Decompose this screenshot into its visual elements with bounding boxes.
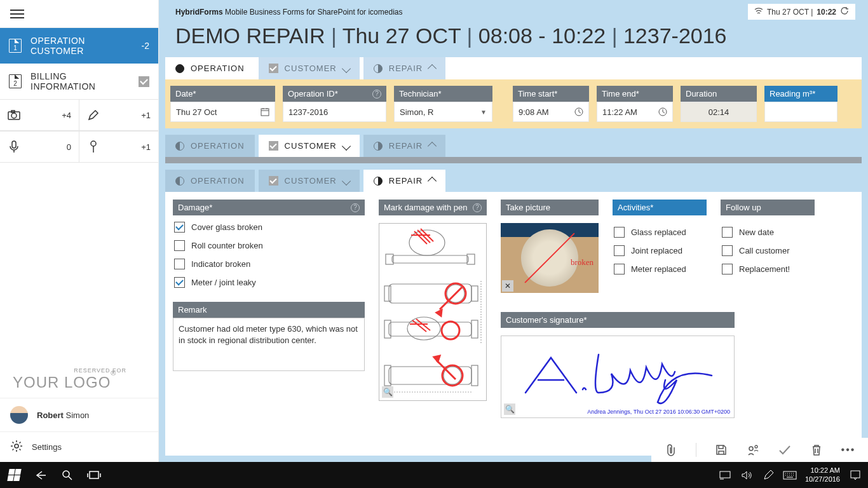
tab-label: OPERATION xyxy=(191,141,245,151)
tab-label: CUSTOMER xyxy=(285,176,337,186)
tab-label: REPAIR xyxy=(389,141,423,151)
search-button[interactable] xyxy=(61,469,74,482)
user-profile[interactable]: Robert Simon xyxy=(0,398,158,431)
tray-cast-icon[interactable] xyxy=(719,469,731,482)
chevron-up-icon xyxy=(428,64,437,72)
checkbox-meter-replaced[interactable]: Meter replaced xyxy=(614,264,705,274)
field-header: Technician* xyxy=(394,86,492,102)
field-header: Duration xyxy=(681,86,757,102)
checkbox-meter-joint[interactable]: Meter / joint leaky xyxy=(174,277,363,288)
attach-button[interactable] xyxy=(664,443,678,457)
sketch-header: Mark damage with pen? xyxy=(379,200,487,215)
checkbox-cover-glass[interactable]: Cover glass broken xyxy=(174,222,363,233)
delete-button[interactable] xyxy=(810,443,824,457)
tray-pen-icon[interactable] xyxy=(762,469,775,482)
circle-icon xyxy=(175,142,184,151)
sidebar-item-label: OPERATION CUSTOMER xyxy=(31,36,133,56)
remove-photo-icon[interactable]: ✕ xyxy=(502,280,513,292)
signature-canvas[interactable]: 🔍 Andrea Jennings, Thu Oct 27 2016 10:06… xyxy=(501,336,735,418)
meter-diagram xyxy=(379,224,487,402)
checkbox-roll-counter[interactable]: Roll counter broken xyxy=(174,240,363,251)
sketch-canvas[interactable]: 🔍 xyxy=(379,223,487,401)
more-button[interactable]: ••• xyxy=(841,443,855,457)
zoom-icon[interactable]: 🔍 xyxy=(504,403,515,415)
tab-repair[interactable]: REPAIR xyxy=(363,170,445,192)
tray-notifications-icon[interactable] xyxy=(849,469,862,482)
user-name: Robert Simon xyxy=(37,410,89,420)
checkbox-replacement[interactable]: Replacement! xyxy=(722,264,813,274)
svg-rect-3 xyxy=(12,141,16,148)
activities-header: Activities* xyxy=(613,200,707,215)
avatar xyxy=(10,406,28,424)
tab-label: OPERATION xyxy=(191,176,245,186)
share-button[interactable] xyxy=(746,443,760,457)
back-button[interactable] xyxy=(34,469,47,482)
clock-chip: Thu 27 OCT | 10:22 xyxy=(748,4,855,20)
signature-ink xyxy=(516,348,719,405)
help-icon[interactable]: ? xyxy=(473,203,482,212)
photo-thumbnail[interactable]: broken ✕ xyxy=(501,223,599,293)
operation-id-input[interactable]: 1237-2016 xyxy=(283,102,386,122)
pen-count-cell[interactable]: +1 xyxy=(79,100,158,130)
photos-count: +4 xyxy=(62,111,71,120)
settings-label: Settings xyxy=(32,442,62,452)
help-icon[interactable]: ? xyxy=(351,203,360,212)
check-icon xyxy=(269,141,278,151)
remark-header: Remark xyxy=(173,302,365,318)
save-button[interactable] xyxy=(714,443,728,457)
checkbox-call-customer[interactable]: Call customer xyxy=(722,245,813,256)
time-end-input[interactable]: 11:22 AM xyxy=(597,102,673,122)
tab-customer[interactable]: CUSTOMER xyxy=(259,135,360,157)
svg-point-9 xyxy=(409,230,445,255)
photos-count-cell[interactable]: +4 xyxy=(0,100,79,130)
tray-volume-icon[interactable] xyxy=(740,469,753,482)
tab-operation[interactable]: OPERATION xyxy=(165,135,255,157)
svg-rect-6 xyxy=(261,109,269,116)
technician-select[interactable]: Simon, R▼ xyxy=(394,102,492,122)
sidebar-item-label: BILLING INFORMATION xyxy=(31,71,130,92)
start-button[interactable] xyxy=(8,469,20,482)
svg-point-4 xyxy=(91,141,96,146)
checkbox-icon xyxy=(174,240,185,251)
check-icon xyxy=(269,64,278,73)
checkbox-new-date[interactable]: New date xyxy=(722,227,813,238)
time-start-input[interactable]: 9:08 AM xyxy=(513,102,589,122)
mic-count-cell[interactable]: 0 xyxy=(0,132,79,162)
sidebar-item-operation-customer[interactable]: 1 OPERATION CUSTOMER -2 xyxy=(0,28,158,64)
tab-repair[interactable]: REPAIR xyxy=(363,57,445,79)
tab-customer[interactable]: CUSTOMER xyxy=(259,170,360,192)
tab-repair[interactable]: REPAIR xyxy=(363,135,445,157)
task-view-button[interactable] xyxy=(88,469,100,482)
damage-header: Damage*? xyxy=(173,200,365,215)
help-icon[interactable]: ? xyxy=(372,90,381,98)
approve-button[interactable] xyxy=(778,443,792,457)
remark-textarea[interactable]: Customer had old meter type 630, which w… xyxy=(173,318,365,371)
refresh-icon[interactable] xyxy=(840,6,849,17)
chevron-up-icon xyxy=(428,176,437,185)
tab-operation[interactable]: OPERATION xyxy=(165,170,255,192)
reading-input[interactable] xyxy=(764,102,837,122)
pencil-icon xyxy=(87,109,100,121)
checkbox-icon xyxy=(614,227,625,238)
checkbox-joint-replaced[interactable]: Joint replaced xyxy=(614,245,705,256)
sidebar-item-billing-information[interactable]: 2 BILLING INFORMATION xyxy=(0,64,158,99)
tab-operation[interactable]: OPERATION xyxy=(165,57,255,79)
circle-icon xyxy=(175,177,184,186)
doc-icon: 2 xyxy=(9,74,22,88)
followup-header: Follow up xyxy=(721,200,815,215)
customer-section: OPERATION CUSTOMER REPAIR xyxy=(165,135,862,163)
zoom-icon[interactable]: 🔍 xyxy=(382,386,393,398)
tray-keyboard-icon[interactable] xyxy=(783,469,796,482)
settings-button[interactable]: Settings xyxy=(0,431,158,462)
tab-customer[interactable]: CUSTOMER xyxy=(259,57,360,79)
field-header: Reading m³* xyxy=(764,86,837,102)
date-input[interactable]: Thu 27 Oct xyxy=(170,102,275,122)
pin-count-cell[interactable]: +1 xyxy=(79,132,158,162)
tray-clock[interactable]: 10:22 AM10/27/2016 xyxy=(805,466,840,483)
svg-rect-20 xyxy=(471,320,478,338)
field-reading: Reading m³* xyxy=(764,86,837,122)
checkbox-glass-replaced[interactable]: Glass replaced xyxy=(614,227,705,238)
checkbox-indicator[interactable]: Indicator broken xyxy=(174,259,363,269)
sidebar-stats-row1: +4 +1 xyxy=(0,99,158,131)
hamburger-button[interactable] xyxy=(0,0,158,28)
